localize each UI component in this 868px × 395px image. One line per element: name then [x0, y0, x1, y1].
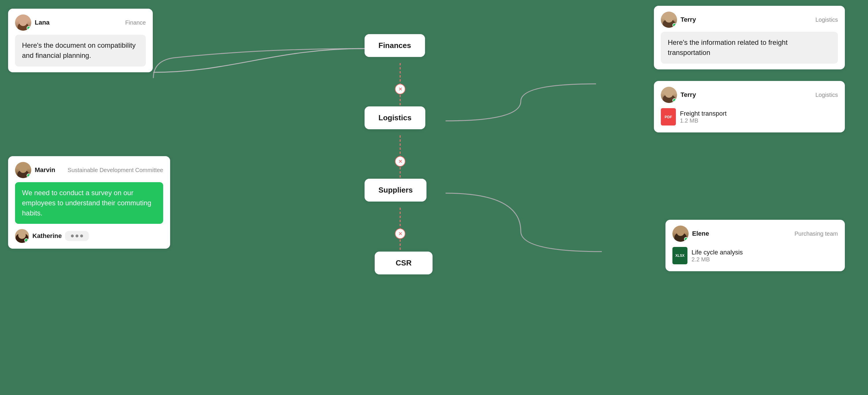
elene-name: Elene — [692, 230, 709, 237]
katherine-online — [24, 238, 28, 242]
terry-dept-file: Logistics — [815, 92, 838, 98]
elene-dept: Purchasing team — [795, 230, 838, 237]
pdf-icon: PDF — [661, 108, 676, 126]
terry-message: Here's the information related to freigh… — [661, 32, 838, 64]
typing-dot-1 — [71, 234, 74, 237]
csr-node: CSR — [375, 252, 433, 274]
x-connector-1: ✕ — [395, 84, 405, 94]
terry-file-name: Freight transport — [680, 110, 726, 118]
elene-online — [684, 237, 688, 241]
elene-file-name: Life cycle analysis — [691, 249, 743, 256]
terry-name-file: Terry — [681, 91, 696, 99]
terry-file-info: Freight transport 1.2 MB — [680, 110, 726, 124]
logistics-node: Logistics — [365, 106, 425, 129]
katherine-name: Katherine — [32, 232, 62, 240]
terry-file-attachment[interactable]: PDF Freight transport 1.2 MB — [661, 107, 838, 127]
x-connector-3: ✕ — [395, 228, 405, 239]
elene-file-size: 2.2 MB — [691, 256, 743, 263]
lana-message: Here's the document on compatibility and… — [15, 35, 146, 67]
terry-avatar-top — [661, 11, 677, 28]
terry-file-size: 1.2 MB — [680, 118, 726, 124]
xlsx-icon: XLSX — [673, 247, 687, 264]
lana-card: Lana Finance Here's the document on comp… — [8, 9, 153, 72]
marvin-online — [27, 173, 31, 177]
lana-avatar — [15, 14, 31, 31]
terry-file-card: Terry Logistics PDF Freight transport 1.… — [654, 81, 845, 132]
finances-node: Finances — [365, 34, 425, 57]
typing-dot-3 — [80, 234, 83, 237]
terry-online-indicator — [673, 23, 677, 27]
elene-file-attachment[interactable]: XLSX Life cycle analysis 2.2 MB — [673, 246, 838, 265]
lana-name: Lana — [35, 19, 50, 26]
marvin-dept: Sustainable Development Committee — [68, 167, 163, 173]
x-connector-2: ✕ — [395, 156, 405, 167]
marvin-card: Marvin Sustainable Development Committee… — [8, 156, 170, 249]
lana-dept: Finance — [125, 20, 146, 26]
katherine-avatar — [15, 229, 29, 243]
typing-dot-2 — [75, 234, 79, 237]
suppliers-node: Suppliers — [365, 179, 427, 202]
online-indicator — [27, 26, 31, 30]
elene-file-info: Life cycle analysis 2.2 MB — [691, 249, 743, 263]
marvin-message: We need to conduct a survey on our emplo… — [15, 182, 163, 224]
typing-indicator — [65, 231, 89, 241]
terry-message-card: Terry Logistics Here's the information r… — [654, 6, 845, 69]
terry-dept-top: Logistics — [815, 17, 838, 23]
terry-file-online — [673, 98, 677, 102]
elene-avatar — [673, 226, 689, 242]
terry-name-top: Terry — [681, 16, 696, 24]
marvin-name: Marvin — [35, 166, 55, 174]
elene-card: Elene Purchasing team XLSX Life cycle an… — [665, 220, 845, 271]
terry-avatar-file — [661, 87, 677, 103]
marvin-avatar — [15, 162, 31, 178]
